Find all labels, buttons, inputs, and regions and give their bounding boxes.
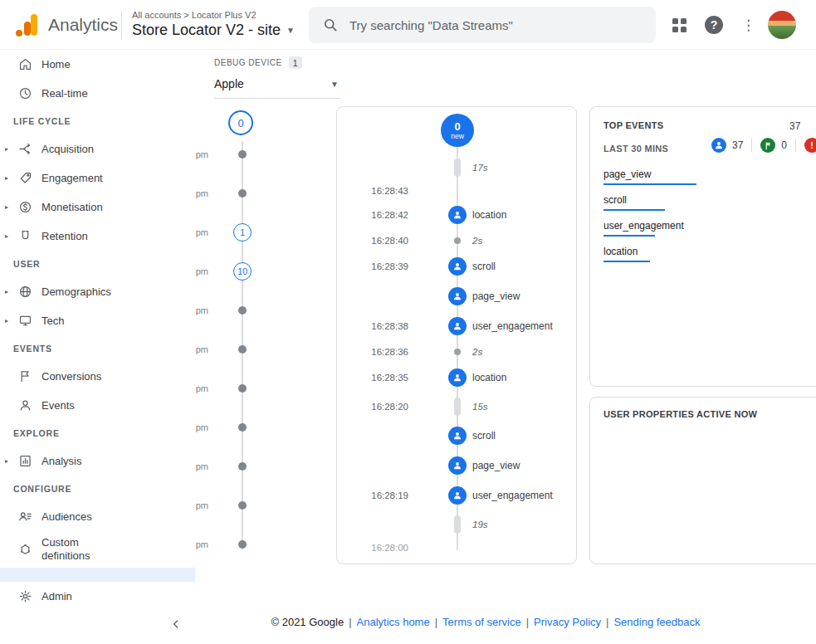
top-events-list: page_viewscrolluser_engagementlocation [603, 168, 696, 271]
footer-separator: | [526, 616, 529, 628]
stream-event-row[interactable]: 16:28:35location [337, 363, 576, 393]
minute-label: pm [178, 227, 208, 237]
logo-text: Analytics [48, 15, 118, 35]
event-user-icon [448, 427, 467, 445]
footer-link-analytics-home[interactable]: Analytics home [357, 616, 430, 628]
stream-event-row[interactable]: page_view [337, 281, 576, 311]
minute-dot[interactable] [238, 306, 247, 315]
expand-arrow-icon[interactable]: ▸ [0, 145, 12, 153]
minute-count-badge[interactable]: 10 [233, 262, 252, 281]
minute-dot[interactable] [238, 189, 247, 198]
minute-row[interactable]: pm [178, 524, 295, 564]
stream-timestamp: 16:28:35 [337, 373, 408, 383]
sidebar-item-label: Events [42, 399, 75, 412]
analytics-logo[interactable]: Analytics [15, 12, 118, 37]
help-icon[interactable]: ? [705, 16, 723, 34]
footer-link-terms-of-service[interactable]: Terms of service [442, 616, 521, 628]
minute-dot[interactable] [238, 462, 247, 471]
expand-arrow-icon[interactable]: ▸ [0, 232, 12, 240]
sidebar-section-events: EVENTS [0, 335, 195, 362]
top-events-card: TOP EVENTS 37 LAST 30 MINS 370! page_vie… [589, 106, 816, 387]
stream-event-row[interactable]: 16:28:42location [337, 200, 576, 230]
apps-grid-icon[interactable] [672, 18, 687, 32]
sidebar-item-tech[interactable]: ▸Tech [0, 306, 195, 335]
top-event-item[interactable]: page_view [603, 168, 696, 185]
top-event-bar [603, 183, 696, 185]
minute-label: pm [178, 539, 208, 549]
minute-dot[interactable] [238, 384, 247, 393]
stream-event-row[interactable]: scroll [337, 421, 576, 451]
sidebar-item-admin[interactable]: Admin [0, 582, 195, 611]
minute-row[interactable]: pm [178, 329, 295, 368]
sidebar-item-analysis[interactable]: ▸Analysis [0, 446, 195, 476]
minute-dot[interactable] [238, 501, 247, 510]
minute-row[interactable]: pm [178, 368, 295, 407]
monetisation-icon [17, 199, 33, 216]
search-input[interactable] [349, 18, 643, 32]
sidebar-item-home[interactable]: Home [0, 50, 195, 79]
footer-link-privacy-policy[interactable]: Privacy Policy [534, 616, 601, 628]
sidebar-item-label: Real-time [42, 87, 88, 100]
demographics-icon [17, 284, 33, 300]
minute-label: pm [178, 383, 208, 393]
event-name: scroll [472, 430, 496, 442]
minute-count-badge[interactable]: 1 [233, 223, 252, 242]
expand-arrow-icon[interactable]: ▸ [0, 317, 12, 324]
minute-row[interactable]: pm [178, 290, 295, 329]
current-minute-count: 0 [237, 117, 243, 129]
minute-row[interactable]: pm [178, 446, 295, 485]
expand-arrow-icon[interactable]: ▸ [0, 457, 12, 465]
minute-row[interactable]: pm [178, 134, 295, 173]
minute-row[interactable]: pm [178, 407, 295, 446]
property-selector[interactable]: Store Locator V2 - site ▼ [132, 22, 295, 39]
top-event-item[interactable]: location [603, 246, 696, 262]
collapse-sidebar-button[interactable] [164, 614, 188, 634]
minute-row[interactable]: pm10 [178, 251, 295, 290]
stream-event-row[interactable]: 16:28:38user_engagement [337, 311, 576, 341]
stream-event-row[interactable]: page_view [337, 451, 576, 481]
stream-event-row[interactable]: 16:28:39scroll [337, 251, 576, 281]
device-select-value: Apple [214, 77, 244, 90]
more-options-icon[interactable]: ⋮ [741, 17, 750, 34]
stream-row: 16:28:00 [337, 539, 576, 557]
top-event-item[interactable]: user_engagement [603, 220, 696, 237]
minute-dot[interactable] [238, 540, 247, 549]
minute-dot[interactable] [238, 423, 247, 432]
stream-row: 16:28:362s [337, 341, 576, 363]
stream-event-row[interactable]: 16:28:19user_engagement [337, 481, 576, 510]
sidebar-item-events[interactable]: Events [0, 391, 195, 420]
top-event-item[interactable]: scroll [603, 194, 696, 211]
breadcrumb[interactable]: All accounts > Locator Plus V2 [132, 10, 295, 20]
expand-arrow-icon[interactable]: ▸ [0, 174, 12, 182]
sidebar-item-acquisition[interactable]: ▸Acquisition [0, 134, 195, 163]
minute-dot[interactable] [238, 150, 247, 159]
sidebar-item-label: Custom definitions [42, 536, 115, 564]
minute-row[interactable]: pm [178, 173, 295, 212]
avatar[interactable] [768, 11, 796, 39]
current-second-count: 0 [454, 121, 460, 132]
current-minute-badge[interactable]: 0 [228, 110, 253, 135]
footer-link-sending-feedback[interactable]: Sending feedback [613, 616, 700, 628]
sidebar-item-audiences[interactable]: Audiences [0, 502, 195, 531]
search-bar[interactable] [309, 7, 656, 43]
top-event-name: scroll [603, 194, 696, 206]
sidebar-item-conversions[interactable]: Conversions [0, 362, 195, 391]
sidebar: HomeReal-timeLIFE CYCLE▸Acquisition▸Enga… [0, 50, 195, 644]
expand-arrow-icon[interactable]: ▸ [0, 288, 12, 295]
top-events-period: LAST 30 MINS [603, 144, 668, 154]
minute-row[interactable]: pm [178, 485, 295, 524]
sidebar-item-engagement[interactable]: ▸Engagement [0, 163, 195, 193]
minute-row[interactable]: pm1 [178, 212, 295, 251]
minute-label: pm [178, 266, 208, 276]
event-name: user_engagement [472, 490, 553, 501]
event-user-icon [448, 257, 467, 276]
sidebar-item-retention[interactable]: ▸Retention [0, 222, 195, 251]
sidebar-item-real-time[interactable]: Real-time [0, 79, 195, 108]
sidebar-item-demographics[interactable]: ▸Demographics [0, 277, 195, 306]
stream-row: 17s [337, 154, 576, 182]
sidebar-item-custom-definitions[interactable]: Custom definitions [0, 531, 195, 568]
device-select[interactable]: Apple ▼ [214, 71, 340, 99]
sidebar-item-monetisation[interactable]: ▸Monetisation [0, 193, 195, 222]
expand-arrow-icon[interactable]: ▸ [0, 203, 12, 211]
minute-dot[interactable] [238, 345, 247, 354]
